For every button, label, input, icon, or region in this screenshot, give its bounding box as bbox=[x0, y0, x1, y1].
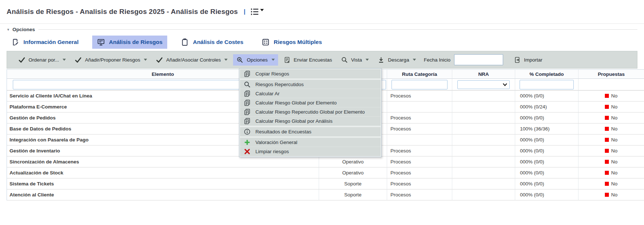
copy-icon bbox=[244, 99, 251, 106]
ruta-categoria-cell: Procesos bbox=[387, 145, 452, 156]
propuestas-cell: No bbox=[579, 189, 644, 200]
tab-bar: Información General Análisis de Riesgos … bbox=[7, 36, 637, 49]
propuesta-flag-icon bbox=[605, 105, 609, 109]
menu-group: Riesgos Repercutidos Calcular Ar Calcula… bbox=[240, 80, 381, 126]
menu-item[interactable]: Riesgos Repercutidos bbox=[240, 80, 381, 89]
propuestas-value: No bbox=[611, 137, 617, 143]
copy-icon bbox=[244, 90, 251, 97]
toolbar-button-importar[interactable]: Importar bbox=[510, 54, 546, 66]
legend-divider bbox=[38, 29, 637, 30]
options-panel: ▼ Opciones Información General Análisis … bbox=[0, 24, 644, 69]
menu-item[interactable]: Calcular Riesgo Global por Análisis bbox=[240, 117, 381, 126]
menu-group: Copiar Riesgos bbox=[240, 69, 381, 78]
elemento-link[interactable]: Actualización de Stock bbox=[7, 167, 319, 178]
propuestas-cell: No bbox=[579, 145, 644, 156]
elemento-link[interactable]: Atención al Cliente bbox=[7, 189, 319, 200]
tab-analisis-de-costes[interactable]: Análisis de Costes bbox=[176, 36, 248, 49]
ruta-categoria-cell: Procesos bbox=[387, 112, 452, 123]
propuestas-value: No bbox=[611, 104, 617, 110]
menu-item-label: Calcular Riesgo Global por Elemento bbox=[255, 100, 337, 106]
nra-filter-select[interactable] bbox=[457, 80, 510, 89]
tab-riesgos-multiples[interactable]: Riesgos Múltiples bbox=[257, 36, 327, 49]
ruta-categoria-cell: Procesos bbox=[387, 189, 452, 200]
column-header-ruta-categoria: Ruta Categoría bbox=[387, 69, 452, 79]
menu-group: Valoración General Limpiar riesgos bbox=[240, 138, 381, 156]
tab-informacion-general[interactable]: Información General bbox=[7, 36, 83, 49]
menu-item[interactable]: Valoración General bbox=[240, 138, 381, 147]
propuesta-flag-icon bbox=[605, 116, 609, 120]
title-separator: | bbox=[244, 8, 246, 15]
menu-group: Resultados de Encuestas bbox=[240, 127, 381, 136]
propuestas-value: No bbox=[611, 93, 617, 99]
fecha-inicio-group: Fecha Inicio bbox=[424, 54, 503, 65]
toolbar-button-label: Añadir/Asociar Controles bbox=[166, 57, 221, 63]
propuestas-cell: No bbox=[579, 102, 644, 112]
toolbar-button-ordenar-por[interactable]: Ordenar por... bbox=[15, 54, 69, 66]
copy-icon bbox=[244, 108, 251, 115]
tab-label: Información General bbox=[23, 39, 79, 45]
nra-cell bbox=[452, 178, 515, 189]
plus-icon bbox=[244, 139, 251, 146]
categoria-cell: Soporte bbox=[319, 178, 387, 189]
menu-item-label: Copiar Riesgos bbox=[255, 71, 289, 77]
caret-down-icon bbox=[366, 59, 369, 61]
zoom-plus-icon bbox=[236, 56, 243, 63]
caret-down-icon bbox=[63, 59, 66, 61]
menu-item[interactable]: Calcular Riesgo Global por Elemento bbox=[240, 98, 381, 107]
toolbar: Ordenar por... Añadir/Proponer Riesgos A… bbox=[7, 51, 637, 69]
toolbar-button-anadir-proponer-riesgos[interactable]: Añadir/Proponer Riesgos bbox=[71, 54, 150, 66]
collapse-triangle-icon[interactable]: ▼ bbox=[7, 28, 10, 32]
caret-down-icon bbox=[413, 59, 416, 61]
elemento-link[interactable]: Sincronización de Almacenes bbox=[7, 156, 319, 167]
toolbar-button-opciones[interactable]: Opciones bbox=[233, 54, 278, 66]
toolbar-button-vista[interactable]: Vista bbox=[338, 54, 372, 66]
opciones-menu: Copiar Riesgos Riesgos Repercutidos Calc… bbox=[239, 68, 382, 157]
toolbar-button-label: Descarga bbox=[388, 57, 409, 63]
ruta-categoria-filter-input[interactable] bbox=[392, 80, 448, 89]
tab-analisis-de-riesgos[interactable]: Análisis de Riesgos bbox=[92, 36, 167, 49]
ruta-categoria-cell bbox=[387, 102, 452, 112]
check-icon bbox=[75, 56, 82, 63]
propuesta-flag-icon bbox=[605, 193, 609, 197]
completado-cell: 000% (0/0) bbox=[515, 145, 579, 156]
propuesta-flag-icon bbox=[605, 160, 609, 164]
menu-item[interactable]: Calcular Ar bbox=[240, 89, 381, 98]
caret-down-icon[interactable] bbox=[260, 9, 264, 11]
table-row: Sistema de Tickets Soporte Procesos 000%… bbox=[7, 178, 644, 189]
fecha-inicio-input[interactable] bbox=[454, 54, 503, 65]
propuesta-flag-icon bbox=[605, 127, 609, 131]
zoom-icon bbox=[341, 56, 348, 63]
propuestas-cell: No bbox=[579, 134, 644, 145]
toolbar-button-descarga[interactable]: Descarga bbox=[374, 54, 419, 66]
column-header-propuestas: Propuestas bbox=[579, 69, 644, 79]
propuestas-cell: No bbox=[579, 167, 644, 178]
toolbar-button-label: Ordenar por... bbox=[29, 57, 59, 63]
elemento-link[interactable]: Sistema de Tickets bbox=[7, 178, 319, 189]
completado-cell: 000% (0/24) bbox=[515, 102, 579, 112]
import-icon bbox=[514, 56, 521, 63]
propuestas-cell: No bbox=[579, 123, 644, 134]
copy-icon bbox=[244, 118, 251, 125]
categoria-cell: Operativo bbox=[319, 156, 387, 167]
completado-cell: 000% (0/0) bbox=[515, 112, 579, 123]
tab-label: Análisis de Costes bbox=[193, 39, 243, 45]
completado-filter-input[interactable] bbox=[520, 80, 574, 89]
toolbar-button-enviar-encuestas[interactable]: Enviar Encuestas bbox=[280, 54, 336, 66]
propuesta-flag-icon bbox=[605, 182, 609, 186]
completado-cell: 000% (0/0) bbox=[515, 178, 579, 189]
monitor-icon bbox=[97, 38, 105, 46]
nra-cell bbox=[452, 145, 515, 156]
list-view-icon[interactable] bbox=[250, 8, 259, 16]
menu-item[interactable]: Copiar Riesgos bbox=[240, 69, 381, 78]
toolbar-button-anadir-asociar-controles[interactable]: Añadir/Asociar Controles bbox=[153, 54, 231, 66]
fecha-inicio-label: Fecha Inicio bbox=[424, 57, 450, 63]
menu-item[interactable]: Limpiar riesgos bbox=[240, 147, 381, 156]
menu-item[interactable]: Resultados de Encuestas bbox=[240, 127, 381, 136]
propuesta-flag-icon bbox=[605, 149, 609, 153]
categoria-cell: Soporte bbox=[319, 189, 387, 200]
table-row: Actualización de Stock Operativo Proceso… bbox=[7, 167, 644, 178]
menu-item[interactable]: Calcular Riesgo Repercutido Global por E… bbox=[240, 107, 381, 117]
nra-cell bbox=[452, 156, 515, 167]
propuestas-cell: No bbox=[579, 178, 644, 189]
check-icon bbox=[156, 56, 163, 63]
